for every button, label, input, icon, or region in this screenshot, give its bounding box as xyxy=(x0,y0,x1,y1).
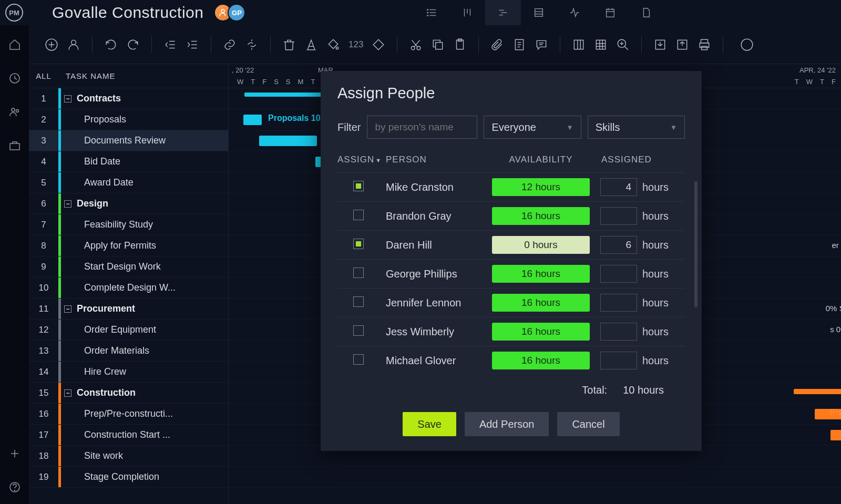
link-icon[interactable] xyxy=(223,38,237,52)
zoom-icon[interactable] xyxy=(616,38,630,52)
assign-checkbox[interactable] xyxy=(353,268,364,278)
assign-checkbox[interactable] xyxy=(353,210,364,220)
outdent-icon[interactable] xyxy=(163,38,177,52)
trash-icon[interactable] xyxy=(282,38,296,52)
filter-everyone-select[interactable]: Everyone ▼ xyxy=(484,116,581,139)
cut-icon[interactable] xyxy=(409,38,423,52)
briefcase-icon[interactable] xyxy=(8,139,21,152)
task-row[interactable]: 9Start Design Work xyxy=(29,256,228,277)
th-assign[interactable]: ASSIGN▼ xyxy=(337,155,386,165)
task-row[interactable]: 13Order Materials xyxy=(29,341,228,362)
hours-input[interactable] xyxy=(600,352,637,369)
th-assigned[interactable]: ASSIGNED xyxy=(591,155,685,165)
filter-skills-select[interactable]: Skills ▼ xyxy=(588,116,685,139)
print-icon[interactable] xyxy=(698,38,711,52)
app-logo[interactable]: PM xyxy=(5,4,23,22)
task-row[interactable]: 16Prep/Pre-constructi... xyxy=(29,404,228,425)
task-row[interactable]: 1−Contracts xyxy=(29,88,228,109)
task-row[interactable]: 15−Construction xyxy=(29,383,228,404)
hours-unit: hours xyxy=(642,210,669,222)
modal-scrollbar[interactable] xyxy=(694,181,698,307)
gantt-bar[interactable] xyxy=(259,136,317,146)
task-row[interactable]: 2Proposals xyxy=(29,109,228,130)
avatar-stack[interactable]: GP xyxy=(218,4,245,22)
task-row[interactable]: 8Apply for Permits xyxy=(29,235,228,256)
unlink-icon[interactable] xyxy=(245,38,259,52)
task-row[interactable]: 19Stage Completion xyxy=(29,467,228,488)
filter-input[interactable] xyxy=(367,116,477,139)
col-all[interactable]: ALL xyxy=(29,71,58,80)
collapse-icon[interactable]: − xyxy=(64,95,71,102)
tab-sheet[interactable] xyxy=(521,0,557,25)
assign-checkbox[interactable] xyxy=(353,354,364,365)
indent-icon[interactable] xyxy=(186,38,199,52)
hours-input[interactable] xyxy=(600,207,637,225)
assign-checkbox[interactable] xyxy=(353,181,364,191)
people-icon[interactable] xyxy=(8,106,21,118)
gantt-bar[interactable] xyxy=(830,430,841,440)
assign-checkbox[interactable] xyxy=(353,325,364,336)
tab-activity[interactable] xyxy=(557,0,592,25)
tab-gantt[interactable] xyxy=(485,0,521,25)
tab-board[interactable] xyxy=(449,0,485,25)
hours-input[interactable] xyxy=(600,265,637,283)
copy-icon[interactable] xyxy=(431,38,445,52)
task-row[interactable]: 14Hire Crew xyxy=(29,362,228,383)
task-row[interactable]: 12Order Equipment xyxy=(29,320,228,341)
tab-calendar[interactable] xyxy=(592,0,628,25)
notes-icon[interactable] xyxy=(512,38,526,52)
th-person[interactable]: PERSON xyxy=(386,155,491,165)
task-row[interactable]: 7Feasibility Study xyxy=(29,214,228,235)
save-button[interactable]: Save xyxy=(403,412,456,436)
export-icon[interactable] xyxy=(675,38,689,52)
gantt-bar[interactable] xyxy=(794,389,841,394)
row-number: 19 xyxy=(29,472,58,482)
milestone-icon[interactable] xyxy=(372,38,385,52)
task-row[interactable]: 3Documents Review xyxy=(29,130,228,151)
columns-icon[interactable] xyxy=(572,38,586,52)
help-icon[interactable] xyxy=(8,481,21,493)
add-circle-icon[interactable] xyxy=(45,38,58,52)
fill-icon[interactable] xyxy=(326,38,340,52)
redo-icon[interactable] xyxy=(126,38,140,52)
home-icon[interactable] xyxy=(8,38,21,51)
collapse-icon[interactable]: − xyxy=(64,200,71,208)
task-row[interactable]: 17Construction Start ... xyxy=(29,425,228,446)
avatar-user2[interactable]: GP xyxy=(228,4,245,22)
more-icon[interactable] xyxy=(740,38,754,52)
task-label: Start Design Work xyxy=(61,261,228,272)
text-style-icon[interactable] xyxy=(304,38,318,52)
comment-icon[interactable] xyxy=(535,38,548,52)
col-task-name[interactable]: TASK NAME xyxy=(58,71,116,80)
grid-icon[interactable] xyxy=(594,38,608,52)
task-row[interactable]: 11−Procurement xyxy=(29,299,228,320)
task-row[interactable]: 18Site work xyxy=(29,446,228,467)
th-availability[interactable]: AVAILABILITY xyxy=(491,155,591,165)
assign-checkbox[interactable] xyxy=(353,296,364,307)
hours-input[interactable] xyxy=(600,294,637,312)
import-icon[interactable] xyxy=(653,38,667,52)
person-icon[interactable] xyxy=(67,38,80,52)
task-row[interactable]: 10Complete Design W... xyxy=(29,277,228,299)
cancel-button[interactable]: Cancel xyxy=(557,412,619,436)
add-person-button[interactable]: Add Person xyxy=(465,412,549,436)
collapse-icon[interactable]: − xyxy=(64,305,71,313)
hours-input[interactable] xyxy=(600,323,637,341)
task-row[interactable]: 4Bid Date xyxy=(29,151,228,172)
gantt-row[interactable] xyxy=(229,467,841,488)
tab-files[interactable] xyxy=(628,0,664,25)
assign-checkbox[interactable] xyxy=(353,239,364,249)
hours-input[interactable] xyxy=(600,236,637,254)
task-row[interactable]: 6−Design xyxy=(29,193,228,214)
gantt-bar[interactable] xyxy=(243,115,262,125)
hours-input[interactable] xyxy=(600,178,637,196)
clock-icon[interactable] xyxy=(8,72,21,85)
task-row[interactable]: 5Award Date xyxy=(29,172,228,193)
undo-icon[interactable] xyxy=(104,38,118,52)
tab-list[interactable] xyxy=(414,0,449,25)
attachment-icon[interactable] xyxy=(490,38,504,52)
add-icon[interactable] xyxy=(8,447,21,460)
paste-icon[interactable] xyxy=(453,38,467,52)
collapse-icon[interactable]: − xyxy=(64,389,71,397)
task-label: Apply for Permits xyxy=(61,240,228,251)
